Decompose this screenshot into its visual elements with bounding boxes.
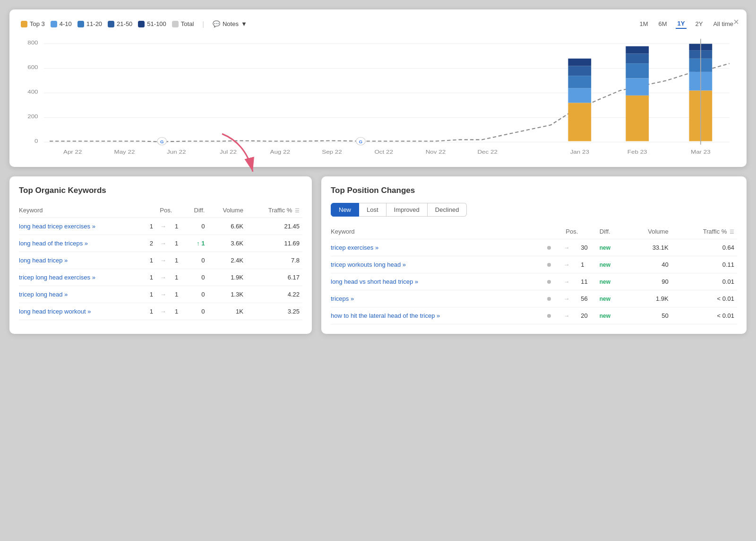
svg-text:Oct 22: Oct 22 [374, 148, 393, 155]
svg-text:Mar 23: Mar 23 [691, 148, 711, 155]
position-tabs: NewLostImprovedDeclined [331, 203, 737, 217]
keyword-link[interactable]: how to hit the lateral head of the trice… [331, 312, 440, 319]
svg-text:0: 0 [34, 138, 38, 144]
svg-text:200: 200 [27, 113, 38, 120]
pos-header-traffic: Traffic % ☰ [671, 226, 737, 239]
new-badge: new [600, 262, 610, 268]
svg-rect-19 [626, 46, 649, 54]
position-table: Keyword Pos. Diff. Volume Traffic % ☰ tr… [331, 226, 737, 324]
table-row: triceps » → 56 new 1.9K < 0.01 [331, 290, 737, 307]
svg-text:Apr 22: Apr 22 [63, 148, 82, 155]
svg-text:800: 800 [27, 40, 38, 46]
svg-rect-12 [568, 76, 591, 88]
svg-rect-17 [626, 63, 649, 78]
notes-icon: 💬 [213, 20, 220, 27]
kw-header-keyword: Keyword [19, 205, 150, 218]
svg-text:Jan 23: Jan 23 [570, 148, 589, 155]
svg-rect-18 [626, 53, 649, 63]
table-row: long head vs short head tricep » → 11 ne… [331, 273, 737, 290]
svg-text:Jun 22: Jun 22 [167, 148, 186, 155]
chart-container: 800 600 400 200 0 [21, 36, 735, 159]
filter-bar: Top 34-1011-2021-5051-100Total | 💬 Notes… [21, 19, 735, 29]
checkbox-Top 3[interactable] [21, 21, 27, 27]
table-row: tricep exercises » → 30 new 33.1K 0.64 [331, 239, 737, 256]
keyword-link[interactable]: tricep long head exercises » [19, 274, 95, 281]
filter-item-21-50[interactable]: 21-50 [108, 20, 132, 27]
checkbox-51-100[interactable] [138, 21, 145, 27]
time-btn-6m[interactable]: 6M [657, 19, 669, 28]
time-btn-1m[interactable]: 1M [637, 19, 650, 28]
chevron-down-icon: ▼ [241, 20, 247, 27]
filter-item-11-20[interactable]: 11-20 [77, 20, 102, 27]
keyword-link[interactable]: triceps » [331, 295, 354, 302]
time-btn-1y[interactable]: 1Y [676, 19, 687, 29]
dot-icon [547, 314, 551, 318]
separator: | [202, 20, 204, 28]
svg-rect-14 [568, 59, 591, 66]
checkbox-Total[interactable] [172, 21, 179, 27]
diff-up-icon: ↑ 1 [197, 240, 205, 247]
time-btn-2y[interactable]: 2Y [693, 19, 704, 28]
organic-keywords-card: Top Organic Keywords Keyword Pos. Diff. … [9, 176, 312, 334]
bottom-section: Top Organic Keywords Keyword Pos. Diff. … [9, 167, 747, 334]
position-changes-card: Top Position Changes NewLostImprovedDecl… [321, 176, 747, 334]
tab-new[interactable]: New [331, 203, 359, 217]
keyword-link[interactable]: long head vs short head tricep » [331, 278, 418, 285]
checkbox-11-20[interactable] [77, 21, 84, 27]
tab-declined[interactable]: Declined [428, 203, 467, 217]
table-row: long head tricep exercises » 1 → 1 0 6.6… [19, 218, 302, 235]
filter-item-top3[interactable]: Top 3 [21, 20, 45, 27]
keyword-link[interactable]: long head tricep » [19, 257, 68, 264]
notes-label: Notes [223, 20, 239, 27]
filter-item-51-100[interactable]: 51-100 [138, 20, 166, 27]
dot-icon [547, 280, 551, 284]
pos-traffic-filter-icon[interactable]: ☰ [730, 229, 734, 235]
svg-text:Aug 22: Aug 22 [270, 148, 290, 155]
trend-chart: 800 600 400 200 0 [21, 36, 735, 159]
table-row: tricep long head exercises » 1 → 1 0 1.9… [19, 269, 302, 286]
table-row: long head tricep workout » 1 → 1 0 1K 3.… [19, 303, 302, 320]
table-row: tricep long head » 1 → 1 0 1.3K 4.22 [19, 286, 302, 303]
tab-improved[interactable]: Improved [387, 203, 428, 217]
svg-text:G: G [359, 140, 363, 144]
new-badge: new [600, 313, 610, 319]
filter-item-4-10[interactable]: 4-10 [51, 20, 72, 27]
svg-rect-16 [626, 78, 649, 95]
svg-rect-10 [568, 103, 591, 141]
filter-item-total[interactable]: Total [172, 20, 194, 27]
svg-text:400: 400 [27, 89, 38, 95]
new-badge: new [600, 244, 610, 251]
svg-rect-15 [626, 96, 649, 141]
keyword-link[interactable]: tricep long head » [19, 291, 68, 298]
keywords-table: Keyword Pos. Diff. Volume Traffic % ☰ lo… [19, 205, 302, 320]
keyword-link[interactable]: long head tricep workout » [19, 308, 91, 315]
svg-text:May 22: May 22 [114, 148, 135, 155]
checkbox-21-50[interactable] [108, 21, 114, 27]
keyword-link[interactable]: tricep exercises » [331, 244, 378, 251]
keyword-link[interactable]: long head tricep exercises » [19, 223, 95, 230]
kw-header-pos: Pos. [150, 205, 185, 218]
close-button[interactable]: × [733, 17, 739, 26]
kw-header-volume: Volume [207, 205, 246, 218]
time-btn-all-time[interactable]: All time [711, 19, 735, 28]
notes-button[interactable]: 💬 Notes ▼ [213, 20, 247, 27]
dot-icon [547, 263, 551, 267]
table-row: tricep workouts long head » → 1 new 40 0… [331, 256, 737, 273]
kw-header-diff: Diff. [185, 205, 208, 218]
svg-text:G: G [160, 140, 164, 144]
tab-lost[interactable]: Lost [359, 203, 387, 217]
svg-rect-11 [568, 88, 591, 103]
keyword-link[interactable]: tricep workouts long head » [331, 261, 406, 268]
svg-rect-13 [568, 66, 591, 76]
checkbox-4-10[interactable] [51, 21, 57, 27]
position-title: Top Position Changes [331, 186, 737, 195]
svg-text:Feb 23: Feb 23 [627, 148, 647, 155]
organic-title: Top Organic Keywords [19, 186, 302, 195]
annotation-arrow [208, 129, 265, 186]
svg-text:600: 600 [27, 64, 38, 70]
pos-header-volume: Volume [626, 226, 671, 239]
dot-icon [547, 246, 551, 250]
traffic-filter-icon[interactable]: ☰ [295, 208, 300, 213]
keyword-link[interactable]: long head of the triceps » [19, 240, 88, 247]
svg-text:Dec 22: Dec 22 [477, 148, 498, 155]
